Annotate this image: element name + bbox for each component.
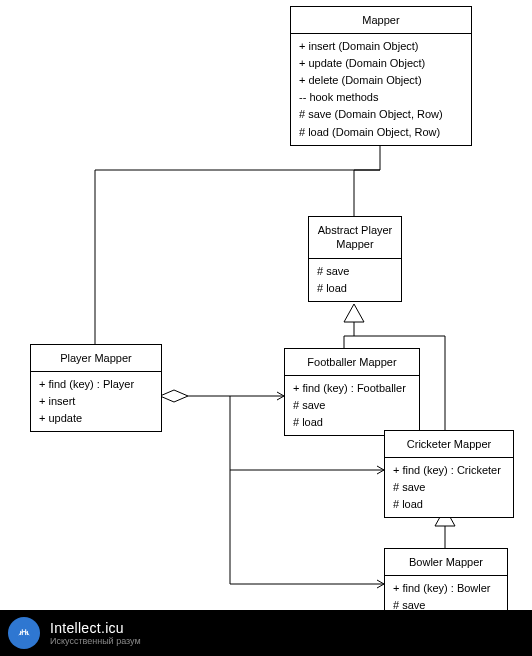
- op: # save (Domain Object, Row): [299, 106, 463, 123]
- class-bowler-title: Bowler Mapper: [385, 549, 507, 576]
- svg-point-0: [15, 624, 33, 642]
- op: + insert: [39, 393, 153, 410]
- class-mapper-ops: + insert (Domain Object) + update (Domai…: [291, 34, 471, 144]
- op: # load: [317, 280, 393, 297]
- class-player-mapper: Player Mapper + find (key) : Player + in…: [30, 344, 162, 432]
- agg-arrow-cricketer-b: [377, 470, 384, 474]
- class-cricketer-ops: + find (key) : Cricketer # save # load: [385, 458, 513, 517]
- class-abstract-ops: # save # load: [309, 259, 401, 301]
- brand-logo-icon: [8, 617, 40, 649]
- op: + find (key) : Bowler: [393, 580, 499, 597]
- gen-arrow-abstract: [344, 304, 364, 322]
- op: + update: [39, 410, 153, 427]
- class-player-ops: + find (key) : Player + insert + update: [31, 372, 161, 431]
- op: + delete (Domain Object): [299, 72, 463, 89]
- class-mapper-title: Mapper: [291, 7, 471, 34]
- footer-text: Intellect.icu Искусственный разум: [50, 620, 141, 646]
- op: + find (key) : Cricketer: [393, 462, 505, 479]
- class-cricketer-title: Cricketer Mapper: [385, 431, 513, 458]
- agg-arrow-bowler-b: [377, 584, 384, 588]
- agg-arrow-footballer-a: [277, 392, 284, 396]
- op: # save: [393, 479, 505, 496]
- op: + update (Domain Object): [299, 55, 463, 72]
- op: # save: [317, 263, 393, 280]
- brand-tagline: Искусственный разум: [50, 636, 141, 646]
- class-footballer-title: Footballer Mapper: [285, 349, 419, 376]
- op: # load: [393, 496, 505, 513]
- footer-brand-bar: Intellect.icu Искусственный разум: [0, 610, 532, 656]
- class-abstract-title: Abstract Player Mapper: [309, 217, 401, 259]
- agg-arrow-cricketer-a: [377, 466, 384, 470]
- op: # load (Domain Object, Row): [299, 124, 463, 141]
- op: + find (key) : Player: [39, 376, 153, 393]
- edge-abstract-to-mapper: [354, 140, 380, 216]
- op: # load: [293, 414, 411, 431]
- op: -- hook methods: [299, 89, 463, 106]
- agg-to-bowler: [230, 470, 384, 584]
- op: + insert (Domain Object): [299, 38, 463, 55]
- agg-arrow-footballer-b: [277, 396, 284, 400]
- class-abstract-player-mapper: Abstract Player Mapper # save # load: [308, 216, 402, 302]
- diagram-canvas: Mapper + insert (Domain Object) + update…: [0, 0, 532, 656]
- class-cricketer-mapper: Cricketer Mapper + find (key) : Crickete…: [384, 430, 514, 518]
- class-footballer-mapper: Footballer Mapper + find (key) : Footbal…: [284, 348, 420, 436]
- brand-name: Intellect.icu: [50, 620, 141, 636]
- agg-arrow-bowler-a: [377, 580, 384, 584]
- op: # save: [293, 397, 411, 414]
- op: + find (key) : Footballer: [293, 380, 411, 397]
- class-player-title: Player Mapper: [31, 345, 161, 372]
- class-mapper: Mapper + insert (Domain Object) + update…: [290, 6, 472, 146]
- edge-footballer-to-abstract: [344, 322, 354, 348]
- class-footballer-ops: + find (key) : Footballer # save # load: [285, 376, 419, 435]
- agg-diamond-player: [160, 390, 188, 402]
